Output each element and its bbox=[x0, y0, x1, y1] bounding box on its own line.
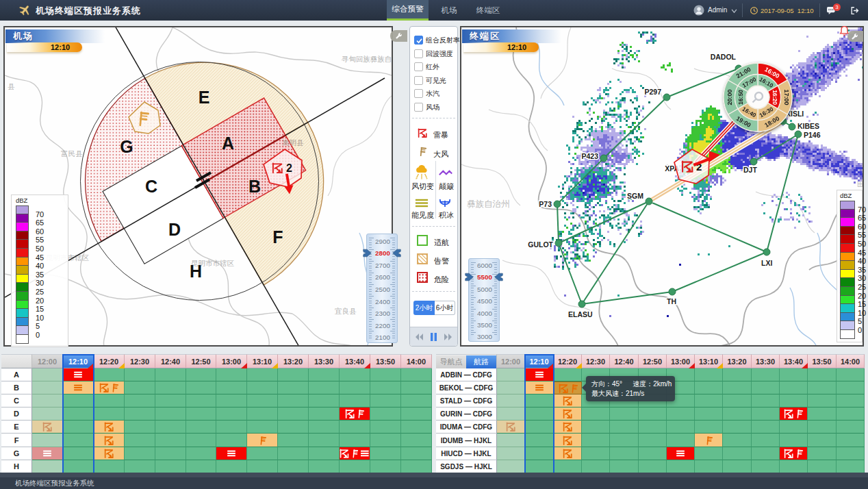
svg-text:E: E bbox=[199, 88, 210, 107]
svg-text:B: B bbox=[248, 177, 261, 196]
svg-text:ELASU: ELASU bbox=[568, 310, 593, 318]
svg-text:DADOL: DADOL bbox=[711, 53, 737, 61]
svg-text:宜良县: 宜良县 bbox=[335, 307, 357, 315]
svg-text:16:20: 16:20 bbox=[771, 90, 778, 105]
svg-text:P146: P146 bbox=[804, 131, 821, 139]
svg-text:KIBES: KIBES bbox=[797, 122, 819, 130]
svg-text:P297: P297 bbox=[644, 88, 661, 96]
svg-text:16:50: 16:50 bbox=[737, 90, 744, 105]
svg-text:C: C bbox=[145, 177, 157, 196]
svg-text:寻甸回族彝族自治县: 寻甸回族彝族自治县 bbox=[341, 55, 392, 63]
svg-text:GULOT: GULOT bbox=[528, 240, 553, 249]
svg-text:TH: TH bbox=[667, 297, 676, 305]
svg-text:县: 县 bbox=[8, 82, 15, 90]
svg-text:F: F bbox=[272, 227, 283, 247]
svg-text:SGM: SGM bbox=[627, 192, 643, 200]
svg-text:2: 2 bbox=[286, 162, 292, 174]
svg-text:彝族自治州: 彝族自治州 bbox=[467, 199, 510, 209]
svg-text:17:00: 17:00 bbox=[783, 89, 790, 105]
svg-text:嵩明县: 嵩明县 bbox=[282, 138, 304, 147]
svg-text:P423: P423 bbox=[581, 152, 598, 160]
svg-text:20:00: 20:00 bbox=[726, 89, 733, 105]
svg-text:P73: P73 bbox=[539, 200, 552, 208]
svg-text:G: G bbox=[120, 137, 133, 156]
svg-text:LXI: LXI bbox=[761, 259, 772, 267]
svg-text:H: H bbox=[190, 262, 202, 281]
svg-text:DJT: DJT bbox=[743, 166, 757, 174]
svg-text:富民县: 富民县 bbox=[61, 149, 83, 158]
svg-text:D: D bbox=[168, 220, 181, 239]
svg-text:A: A bbox=[222, 134, 234, 153]
